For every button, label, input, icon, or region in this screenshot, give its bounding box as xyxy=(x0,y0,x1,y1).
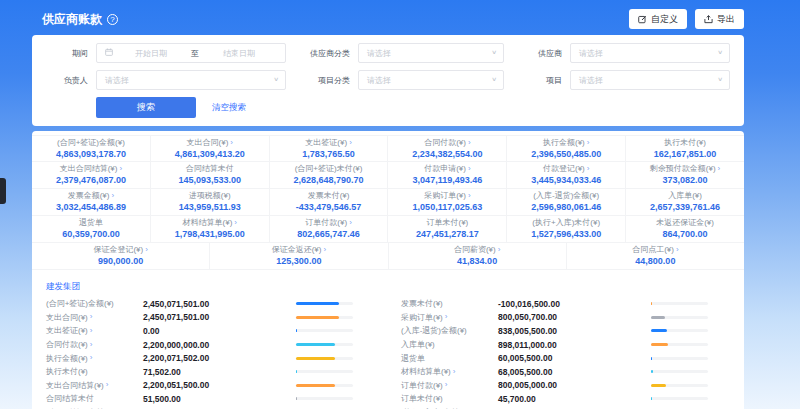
metric-cell[interactable]: 发票金额(¥)›3,032,454,486.89 xyxy=(32,189,151,215)
metric-value: 2,628,648,790.70 xyxy=(294,175,364,186)
customize-button[interactable]: 自定义 xyxy=(629,9,687,29)
metric-label: (合同+签证)金额(¥) xyxy=(57,138,125,148)
supplier-label: 供应商 xyxy=(512,48,562,59)
metric-cell[interactable]: 剩余预付款金额(¥)›373,082.00 xyxy=(626,162,744,188)
metric-value: 3,032,454,486.89 xyxy=(56,202,126,213)
metric-label: 支出合同(¥)› xyxy=(187,138,233,148)
metric-cell: 合同结算未付145,093,533.00 xyxy=(151,162,270,188)
metric-cell[interactable]: 支出签证(¥)›1,783,765.50 xyxy=(270,136,389,161)
drilldown-arrow-icon: › xyxy=(90,354,93,362)
metric-label-text: (入库-退货)金额(¥) xyxy=(533,191,599,201)
drilldown-arrow-icon: › xyxy=(90,327,93,335)
metric-cell: 未返还保证金(¥)864,700.00 xyxy=(626,216,744,242)
metric-label-text: 发票金额(¥) xyxy=(68,191,110,201)
metric-cell[interactable]: 合同付款(¥)›2,234,382,554.00 xyxy=(388,136,507,161)
metric-cell[interactable]: 订单付款(¥)›802,665,747.46 xyxy=(270,216,389,242)
chevron-down-icon: ∨ xyxy=(491,49,497,55)
drilldown-arrow-icon: › xyxy=(349,139,352,147)
export-button[interactable]: 导出 xyxy=(695,9,744,29)
metric-value: 4,863,093,178.70 xyxy=(56,149,126,160)
metric-cell[interactable]: 采购订单(¥)›1,050,117,025.63 xyxy=(388,189,507,215)
drilldown-arrow-icon: › xyxy=(323,246,326,254)
list-item-label: 支出签证(¥)› xyxy=(46,325,143,336)
metric-cell: 进项税额(¥)143,959,511.93 xyxy=(151,189,270,215)
list-item: 入库单(¥)898,011,000.00 xyxy=(401,338,730,352)
metric-value: 1,050,117,025.63 xyxy=(413,202,483,213)
supplier-category-select[interactable]: 请选择 ∨ xyxy=(358,43,504,63)
list-item-value: 838,005,500.00 xyxy=(498,326,651,336)
metric-value: 145,093,533.00 xyxy=(178,175,241,186)
bar-chart xyxy=(296,329,353,332)
drilldown-arrow-icon: › xyxy=(468,192,471,200)
metric-label: 保证金登记(¥)› xyxy=(93,245,147,255)
bar-fill xyxy=(651,302,652,305)
metric-cell[interactable]: 合同点工(¥)›44,800.00 xyxy=(567,243,744,269)
project-select[interactable]: 请选择 ∨ xyxy=(570,70,730,90)
list-item[interactable]: 执行金额(¥)›2,200,071,502.00 xyxy=(46,351,375,365)
help-icon[interactable]: ? xyxy=(107,14,118,25)
clear-search-link[interactable]: 清空搜索 xyxy=(212,102,246,114)
list-item-value: 800,005,000.00 xyxy=(498,380,651,390)
metric-label: 执行金额(¥)› xyxy=(543,138,589,148)
project-category-select[interactable]: 请选择 ∨ xyxy=(358,70,504,90)
metric-label-text: (执行+入库)未付(¥) xyxy=(532,218,600,228)
metric-label-text: 未返还保证金(¥) xyxy=(656,218,714,228)
bar-chart xyxy=(651,384,708,387)
list-item-label-text: 执行未付(¥) xyxy=(46,366,88,377)
metric-label-text: 支出合同(¥) xyxy=(187,138,229,148)
metric-cell[interactable]: 保证金返还(¥)›125,300.00 xyxy=(210,243,388,269)
bar-chart xyxy=(651,329,708,332)
owner-select[interactable]: 请选择 ∨ xyxy=(96,70,286,90)
group-link[interactable]: 建发集团 xyxy=(46,281,80,293)
list-item[interactable]: 合同付款(¥)›2,200,000,000.00 xyxy=(46,338,375,352)
list-item[interactable]: 支出合同(¥)›2,450,071,501.00 xyxy=(46,311,375,325)
list-item[interactable]: 材料结算单(¥)›68,005,500.00 xyxy=(401,365,730,379)
metric-value: 60,359,700.00 xyxy=(62,229,120,240)
start-date-placeholder: 开始日期 xyxy=(113,48,189,59)
metric-label-text: 付款登记(¥) xyxy=(543,164,585,174)
metric-label: 执行未付(¥) xyxy=(664,138,706,148)
chevron-down-icon: ∨ xyxy=(717,49,723,55)
metric-row: 发票金额(¥)›3,032,454,486.89进项税额(¥)143,959,5… xyxy=(32,189,744,216)
metric-value: 990,000.00 xyxy=(98,256,143,267)
list-item-label-text: 执行金额(¥) xyxy=(46,353,88,364)
metric-value: 2,379,476,087.00 xyxy=(56,175,126,186)
list-item[interactable]: 支出签证(¥)›0.00 xyxy=(46,324,375,338)
drilldown-arrow-icon: › xyxy=(676,246,679,254)
metric-label-text: 保证金返还(¥) xyxy=(272,245,322,255)
drilldown-arrow-icon: › xyxy=(106,381,109,389)
bar-fill xyxy=(296,343,335,346)
list-item-label: 入库单(¥) xyxy=(401,339,498,350)
bar-chart xyxy=(296,316,353,319)
side-drawer-handle[interactable] xyxy=(0,178,6,204)
metric-row: 支出合同结算(¥)›2,379,476,087.00合同结算未付145,093,… xyxy=(32,162,744,189)
list-item[interactable]: 订单付款(¥)›800,005,000.00 xyxy=(401,379,730,393)
bar-fill xyxy=(651,384,666,387)
bar-chart xyxy=(296,343,353,346)
search-button[interactable]: 搜索 xyxy=(96,97,196,118)
metric-cell[interactable]: 执行金额(¥)›2,396,550,485.00 xyxy=(507,136,626,161)
list-item: 订单未付(¥)45,700.00 xyxy=(401,392,730,406)
drilldown-arrow-icon: › xyxy=(90,313,93,321)
metric-cell[interactable]: 材料结算单(¥)›1,798,431,995.00 xyxy=(151,216,270,242)
drilldown-arrow-icon: › xyxy=(90,341,93,349)
metric-cell[interactable]: 支出合同结算(¥)›2,379,476,087.00 xyxy=(32,162,151,188)
filter-panel: 期间 开始日期 至 结束日期 供应商分类 请选择 ∨ 供应商 请选择 ∨ 负责人 xyxy=(32,35,744,126)
metric-value: 1,527,596,433.00 xyxy=(531,229,601,240)
metric-cell[interactable]: 付款申请(¥)›3,047,119,493.46 xyxy=(388,162,507,188)
metric-cell[interactable]: 保证金登记(¥)›990,000.00 xyxy=(32,243,210,269)
bar-chart xyxy=(296,384,353,387)
period-range-input[interactable]: 开始日期 至 结束日期 xyxy=(96,43,286,63)
metric-cell[interactable]: 付款登记(¥)›3,445,934,033.46 xyxy=(507,162,626,188)
bar-fill xyxy=(651,370,653,373)
list-item[interactable]: 支出合同结算(¥)›2,200,051,500.00 xyxy=(46,379,375,393)
list-item-label: 支出合同(¥)› xyxy=(46,312,143,323)
supplier-select[interactable]: 请选择 ∨ xyxy=(570,43,730,63)
list-item: (合同+签证)金额(¥)2,450,071,501.00 xyxy=(46,297,375,311)
drilldown-arrow-icon: › xyxy=(587,165,590,173)
drilldown-arrow-icon: › xyxy=(453,368,456,376)
list-item[interactable]: 采购订单(¥)›800,050,700.00 xyxy=(401,311,730,325)
metric-cell[interactable]: 合同薪资(¥)›41,834.00 xyxy=(389,243,567,269)
metric-cell[interactable]: 支出合同(¥)›4,861,309,413.20 xyxy=(151,136,270,161)
bar-fill xyxy=(651,316,665,319)
